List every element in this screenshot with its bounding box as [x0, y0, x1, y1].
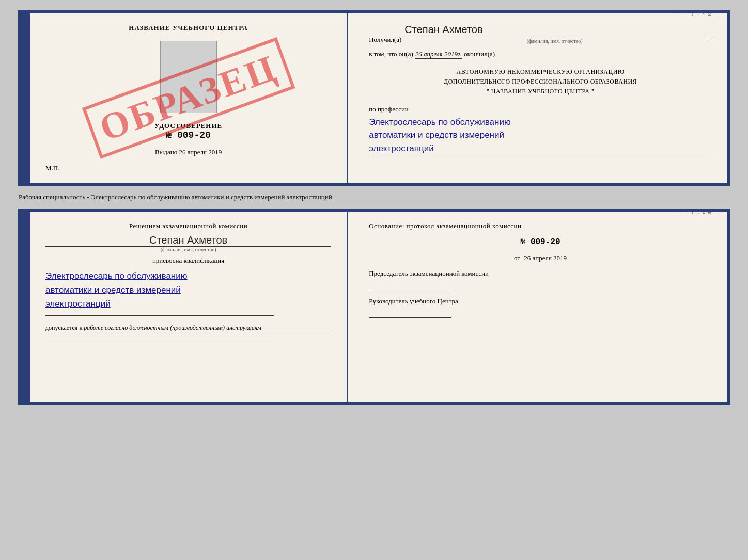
qual-line3: электростанций: [45, 297, 331, 311]
person-name-large: Степан Ахметов: [45, 234, 331, 247]
person-block: Степан Ахметов (фамилия, имя, отчество): [45, 234, 331, 252]
protocol-date: от 26 апреля 2019: [369, 254, 712, 262]
top-left-page: НАЗВАНИЕ УЧЕБНОГО ЦЕНТРА УДОСТОВЕРЕНИЕ №…: [30, 13, 348, 183]
protocol-number: № 009-20: [369, 237, 712, 247]
fio-hint-top: (фамилия, имя, отчество): [404, 38, 705, 44]
vtom-date: 26 апреля 2019г.: [415, 50, 462, 59]
org-line3: " НАЗВАНИЕ УЧЕБНОГО ЦЕНТРА ": [369, 87, 712, 97]
predsedatel-signature-line: [369, 281, 451, 290]
qualification-text: Электрослесарь по обслуживанию автоматик…: [45, 269, 331, 311]
poluchil-name: Степан Ахметов: [404, 24, 705, 37]
dopusk-underline: [45, 341, 274, 341]
dopuskaetsya-block: допускается к работе согласно должностны…: [45, 324, 331, 334]
dopuskaetsya-label: допускается к: [45, 324, 82, 331]
qual-line1: Электрослесарь по обслуживанию: [45, 269, 331, 283]
school-name-top: НАЗВАНИЕ УЧЕБНОГО ЦЕНТРА: [129, 24, 248, 32]
right-edge-decorations-bottom: – – и а ← – – –: [679, 212, 724, 402]
right-edge-decorations-top: – – и а ← – – –: [679, 13, 724, 183]
top-right-page: Получил(а) Степан Ахметов (фамилия, имя,…: [348, 13, 727, 183]
fio-hint-bottom: (фамилия, имя, отчество): [137, 247, 240, 252]
ot-label: от: [514, 254, 520, 262]
poluchil-label: Получил(а): [369, 36, 401, 44]
rukovoditel-label: Руководитель учебного Центра: [369, 297, 712, 306]
mp-line: М.П.: [45, 164, 59, 172]
poluchil-row: Получил(а) Степан Ахметов (фамилия, имя,…: [369, 24, 712, 44]
vydano-label: Выдано: [155, 148, 177, 156]
po-professii-block: по профессии Электрослесарь по обслужива…: [369, 105, 712, 156]
org-line1: АВТОНОМНУЮ НЕКОММЕРЧЕСКУЮ ОРГАНИЗАЦИЮ: [369, 67, 712, 77]
vtom-label: в том, что он(а): [369, 50, 413, 58]
bottom-spine: [21, 212, 30, 402]
document-wrapper: НАЗВАНИЕ УЧЕБНОГО ЦЕНТРА УДОСТОВЕРЕНИЕ №…: [18, 10, 730, 405]
udostoverenie-block: УДОСТОВЕРЕНИЕ № 009-20: [154, 122, 222, 140]
profession-line1: Электрослесарь по обслуживанию: [369, 116, 712, 129]
separator-text: Рабочая специальность - Электрослесарь п…: [18, 191, 730, 203]
profession-line2: автоматики и средств измерений: [369, 129, 712, 142]
rukovoditel-signature-line: [369, 309, 451, 318]
qual-line2: автоматики и средств измерений: [45, 283, 331, 297]
top-booklet: НАЗВАНИЕ УЧЕБНОГО ЦЕНТРА УДОСТОВЕРЕНИЕ №…: [18, 10, 730, 186]
resheniem-title: Решением экзаменационной комиссии: [45, 222, 331, 230]
dopuskaetsya-text: работе согласно должностным (производств…: [84, 324, 261, 331]
udostoverenie-title: УДОСТОВЕРЕНИЕ: [154, 122, 222, 130]
org-line2: ДОПОЛНИТЕЛЬНОГО ПРОФЕССИОНАЛЬНОГО ОБРАЗО…: [369, 77, 712, 87]
photo-placeholder: [160, 41, 217, 113]
bottom-left-page: Решением экзаменационной комиссии Степан…: [30, 212, 348, 402]
vydano-line: Выдано 26 апреля 2019: [155, 148, 222, 156]
vtom-row: в том, что он(а) 26 апреля 2019г. окончи…: [369, 50, 712, 59]
protocol-date-value: 26 апреля 2019: [524, 254, 567, 262]
bottom-booklet: Решением экзаменационной комиссии Степан…: [18, 209, 730, 405]
org-block: АВТОНОМНУЮ НЕКОММЕРЧЕСКУЮ ОРГАНИЗАЦИЮ ДО…: [369, 67, 712, 97]
profession-line3: электростанций: [369, 142, 712, 155]
rukovoditel-block: Руководитель учебного Центра: [369, 297, 712, 318]
okonchil-label: окончил(а): [464, 50, 495, 58]
udostoverenie-number: № 009-20: [154, 130, 222, 140]
qual-underline: [45, 315, 274, 316]
osnovanie-title: Основание: протокол экзаменационной коми…: [369, 222, 712, 230]
prisvoena-text: присвоена квалификация: [45, 257, 331, 265]
top-spine: [21, 13, 30, 183]
predsedatel-label: Председатель экзаменационной комиссии: [369, 269, 712, 278]
bottom-right-page: Основание: протокол экзаменационной коми…: [348, 212, 727, 402]
po-professii-label: по профессии: [369, 105, 712, 114]
predsedatel-block: Председатель экзаменационной комиссии: [369, 269, 712, 290]
vydano-date: 26 апреля 2019: [179, 148, 222, 156]
profession-text: Электрослесарь по обслуживанию автоматик…: [369, 116, 712, 156]
